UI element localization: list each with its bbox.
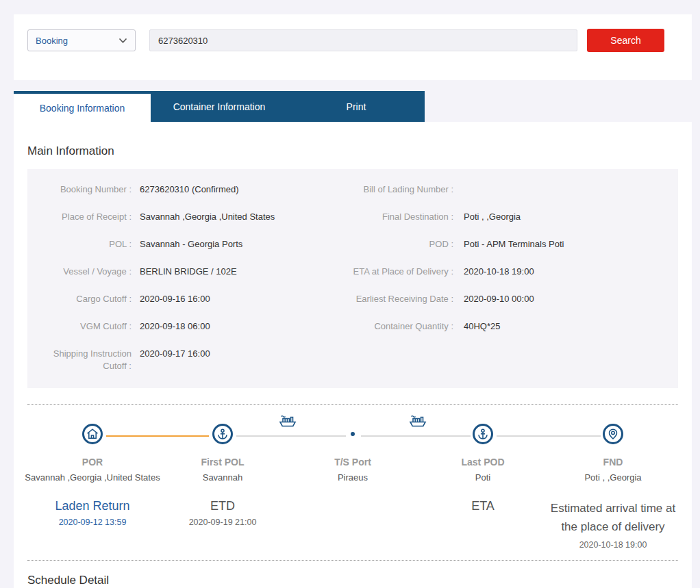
tabbar: Booking Information Container Informatio… xyxy=(14,91,425,122)
search-card: Booking Search xyxy=(14,14,692,80)
field-label: Place of Receipt : xyxy=(27,203,132,231)
stage-status-title: ETA xyxy=(418,499,548,513)
container-quantity-value: 40HQ*25 xyxy=(453,313,678,340)
tab-print[interactable]: Print xyxy=(288,91,425,122)
booking-information-panel: Main Information Booking Number : 627362… xyxy=(14,122,692,588)
bill-of-lading-number-value xyxy=(453,176,678,203)
stage-name: First POL xyxy=(158,457,288,468)
shipping-instruction-cutoff-value: 2020-09-17 16:00 xyxy=(132,340,334,372)
place-of-receipt-value: Savannah ,Georgia ,United States xyxy=(132,203,334,231)
field-label: VGM Cutoff : xyxy=(27,313,132,340)
field-label: Bill of Lading Number : xyxy=(334,176,453,203)
route-stage-first-pol: First POL Savannah ETD 2020-09-19 21:00 xyxy=(158,424,288,550)
field-label: POL : xyxy=(27,231,132,258)
anchor-icon xyxy=(473,424,493,444)
stage-name: FND xyxy=(548,457,678,468)
stage-status-title: Estimated arrival time at the place of d… xyxy=(548,499,678,536)
field-label: Container Quantity : xyxy=(334,313,453,340)
route-stage-ts-port: T/S Port Piraeus xyxy=(288,424,418,550)
stage-status-title: ETD xyxy=(158,499,288,513)
field-label: Vessel / Voyage : xyxy=(27,258,132,285)
tab-booking-information[interactable]: Booking Information xyxy=(14,94,151,122)
stage-name: Last POD xyxy=(418,457,548,468)
tab-container-information[interactable]: Container Information xyxy=(151,91,288,122)
field-label: Cargo Cutoff : xyxy=(27,285,132,313)
anchor-icon xyxy=(212,424,233,444)
field-label: ETA at Place of Delivery : xyxy=(334,258,453,285)
vessel-voyage-value: BERLIN BRIDGE / 102E xyxy=(132,258,334,285)
final-destination-value: Poti , ,Georgia xyxy=(453,203,678,231)
earliest-receiving-date-value: 2020-09-10 00:00 xyxy=(453,285,678,313)
field-label-empty xyxy=(334,340,453,372)
dotted-divider xyxy=(27,560,678,561)
waypoint-ring-icon xyxy=(351,432,355,436)
chevron-down-icon xyxy=(118,38,127,44)
eta-place-of-delivery-value: 2020-10-18 19:00 xyxy=(453,258,678,285)
schedule-detail-title: Schedule Detail xyxy=(27,574,109,587)
route-timeline: POR Savannah ,Georgia ,United States Lad… xyxy=(27,405,678,560)
field-label: Earliest Receiving Date : xyxy=(334,285,453,313)
house-icon xyxy=(82,424,103,444)
field-label: Final Destination : xyxy=(334,203,453,231)
field-value-empty xyxy=(453,340,678,372)
pol-value: Savannah - Georgia Ports xyxy=(132,231,334,258)
vgm-cutoff-value: 2020-09-18 06:00 xyxy=(132,313,334,340)
main-information-fields: Booking Number : 6273620310 (Confirmed) … xyxy=(27,169,678,388)
stage-status-title: Laden Return xyxy=(27,499,158,513)
main-information-title: Main Information xyxy=(27,144,114,158)
location-pin-icon xyxy=(603,424,623,444)
stage-status-date: 2020-09-19 21:00 xyxy=(158,517,288,527)
route-stage-last-pod: Last POD Poti ETA xyxy=(418,424,548,550)
search-type-value: Booking xyxy=(36,36,68,46)
cargo-cutoff-value: 2020-09-16 16:00 xyxy=(132,285,334,313)
pod-value: Poti - APM Terminals Poti xyxy=(453,231,678,258)
field-label: Shipping Instruction Cutoff : xyxy=(27,340,132,372)
stage-location: Poti , ,Georgia xyxy=(533,472,693,483)
search-input[interactable] xyxy=(149,29,577,51)
stage-status-date: 2020-09-12 13:59 xyxy=(27,517,158,527)
route-stage-por: POR Savannah ,Georgia ,United States Lad… xyxy=(27,424,158,550)
stage-name: POR xyxy=(27,457,158,468)
booking-number-value: 6273620310 (Confirmed) xyxy=(132,176,334,203)
field-label: POD : xyxy=(334,231,453,258)
route-stage-fnd: FND Poti , ,Georgia Estimated arrival ti… xyxy=(548,424,678,550)
field-label: Booking Number : xyxy=(27,176,132,203)
stage-status-date: 2020-10-18 19:00 xyxy=(548,540,678,550)
search-button[interactable]: Search xyxy=(587,29,664,52)
stage-name: T/S Port xyxy=(288,457,418,468)
search-type-select[interactable]: Booking xyxy=(27,29,136,51)
